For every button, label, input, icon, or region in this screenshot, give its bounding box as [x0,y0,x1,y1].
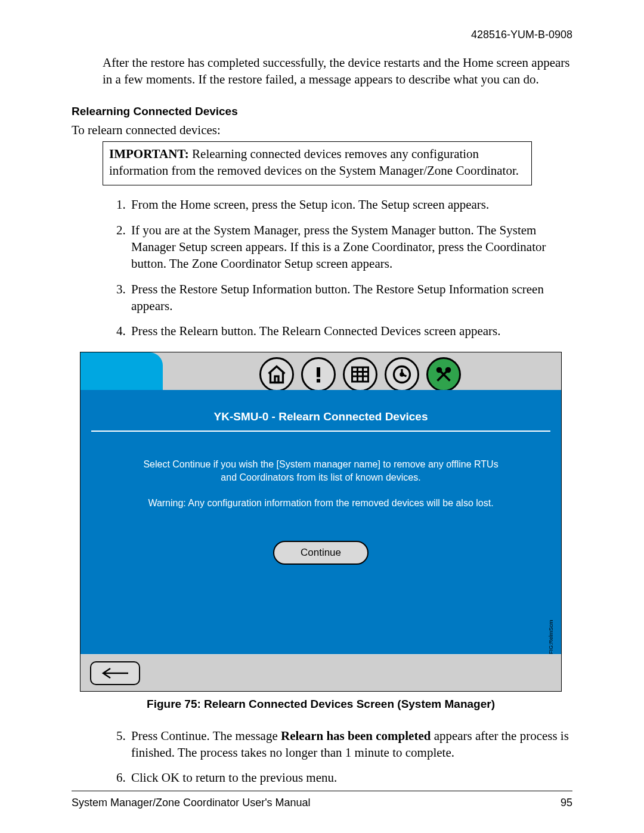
intro-paragraph: After the restore has completed successf… [103,54,572,88]
section-heading: Relearning Connected Devices [72,105,572,118]
step-4: Press the Relearn button. The Relearn Co… [129,323,572,339]
device-body: YK-SMU-0 - Relearn Connected Devices Sel… [80,390,561,655]
step-1: From the Home screen, press the Setup ic… [129,196,572,213]
step-3: Press the Restore Setup Information butt… [129,281,572,315]
step-5: Press Continue. The message Relearn has … [129,727,572,761]
back-button[interactable] [90,661,140,685]
footer-page-number: 95 [561,797,572,809]
important-label: IMPORTANT: [109,147,189,161]
clock-icon[interactable] [385,357,419,392]
continue-button[interactable]: Continue [273,541,369,565]
document-id: 428516-YUM-B-0908 [72,29,572,41]
device-bottombar [80,654,561,691]
device-body-text-2: Warning: Any configuration information f… [140,497,501,510]
svg-rect-1 [317,367,320,377]
figure-side-label: FIG:RelrnScrn [548,399,556,654]
steps-list-top: From the Home screen, press the Setup ic… [109,196,572,339]
svg-point-15 [447,368,450,371]
svg-rect-0 [275,376,278,383]
step-6: Click OK to return to the previous menu. [129,769,572,786]
footer-left: System Manager/Zone Coordinator User's M… [72,797,311,809]
svg-rect-2 [317,379,320,382]
section-lead: To relearn connected devices: [72,123,572,138]
device-body-text-1: Select Continue if you wish the [System … [143,459,498,482]
figure-caption: Figure 75: Relearn Connected Devices Scr… [80,698,562,711]
divider [91,431,550,432]
step-2: If you are at the System Manager, press … [129,222,572,272]
steps-list-bottom: Press Continue. The message Relearn has … [109,727,572,786]
home-icon[interactable] [259,357,294,392]
device-screenshot: YK-SMU-0 - Relearn Connected Devices Sel… [80,352,562,692]
tools-icon[interactable] [426,357,461,392]
svg-point-14 [438,368,441,371]
alert-icon[interactable] [301,357,336,392]
device-title: YK-SMU-0 - Relearn Connected Devices [80,390,561,423]
important-note: IMPORTANT: Relearning connected devices … [103,141,532,186]
grid-icon[interactable] [343,357,377,392]
svg-rect-3 [352,367,369,382]
footer-rule [72,791,572,791]
svg-point-11 [401,373,403,376]
device-tab [80,352,163,390]
